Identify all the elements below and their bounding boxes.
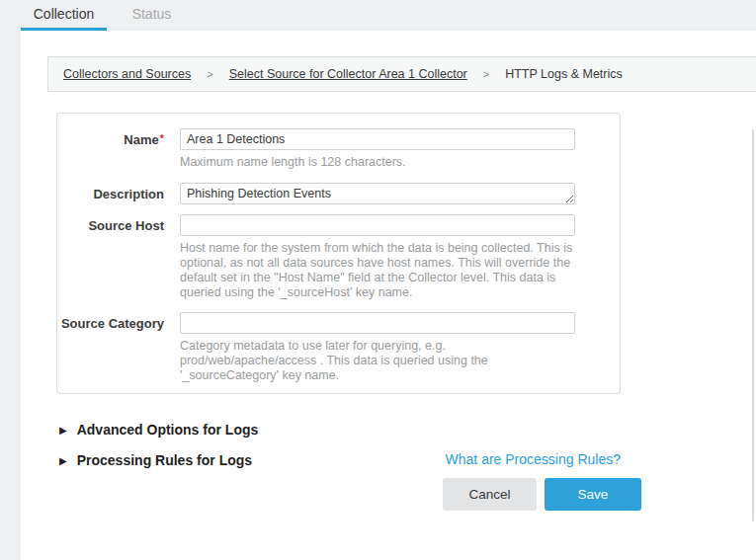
name-row: Name* Maximum name length is 128 charact… — [57, 128, 620, 183]
name-label-text: Name — [124, 132, 158, 147]
processing-rules-label: Processing Rules for Logs — [77, 452, 252, 468]
source-category-help-text: Category metadata to use later for query… — [180, 339, 580, 383]
form-actions: Cancel Save — [443, 478, 641, 511]
breadcrumb-separator: > — [483, 68, 489, 80]
source-config-form: Name* Maximum name length is 128 charact… — [56, 113, 621, 394]
source-host-help-text: Host name for the system from which the … — [180, 241, 580, 300]
source-host-row: Source Host Host name for the system fro… — [57, 214, 620, 312]
breadcrumb-separator: > — [207, 68, 212, 80]
name-help-text: Maximum name length is 128 characters. — [180, 155, 580, 170]
source-category-row: Source Category Category metadata to use… — [57, 312, 620, 383]
save-button[interactable]: Save — [545, 478, 641, 511]
what-are-processing-rules-link[interactable]: What are Processing Rules? — [446, 451, 621, 467]
tab-status[interactable]: Status — [107, 0, 197, 31]
breadcrumb-select-source[interactable]: Select Source for Collector Area 1 Colle… — [229, 67, 467, 81]
breadcrumb-current-page: HTTP Logs & Metrics — [505, 67, 623, 81]
tab-bar: Collection Status — [21, 0, 197, 31]
caret-right-icon: ▶ — [59, 455, 67, 466]
content-area: Collectors and Sources > Select Source f… — [21, 31, 756, 560]
page: Collection Status Collectors and Sources… — [0, 0, 756, 560]
name-label: Name* — [57, 128, 180, 183]
description-label: Description — [57, 183, 180, 214]
processing-rules-section-toggle[interactable]: ▶ Processing Rules for Logs — [59, 452, 252, 468]
advanced-options-label: Advanced Options for Logs — [77, 422, 259, 438]
tab-collection[interactable]: Collection — [21, 0, 107, 31]
source-category-input[interactable] — [180, 312, 575, 334]
description-row: Description Phishing Detection Events — [57, 183, 620, 214]
breadcrumb: Collectors and Sources > Select Source f… — [47, 56, 756, 92]
breadcrumb-collectors-and-sources[interactable]: Collectors and Sources — [63, 67, 191, 81]
advanced-options-section-toggle[interactable]: ▶ Advanced Options for Logs — [59, 422, 258, 438]
source-host-input[interactable] — [180, 214, 575, 236]
cancel-button[interactable]: Cancel — [443, 478, 537, 511]
required-asterisk: * — [160, 132, 164, 144]
scrollbar-thumb[interactable] — [752, 129, 754, 521]
source-host-label: Source Host — [57, 214, 180, 312]
description-input[interactable]: Phishing Detection Events — [180, 183, 575, 204]
source-category-label: Source Category — [57, 312, 180, 383]
name-input[interactable] — [180, 128, 575, 150]
caret-right-icon: ▶ — [59, 425, 67, 436]
